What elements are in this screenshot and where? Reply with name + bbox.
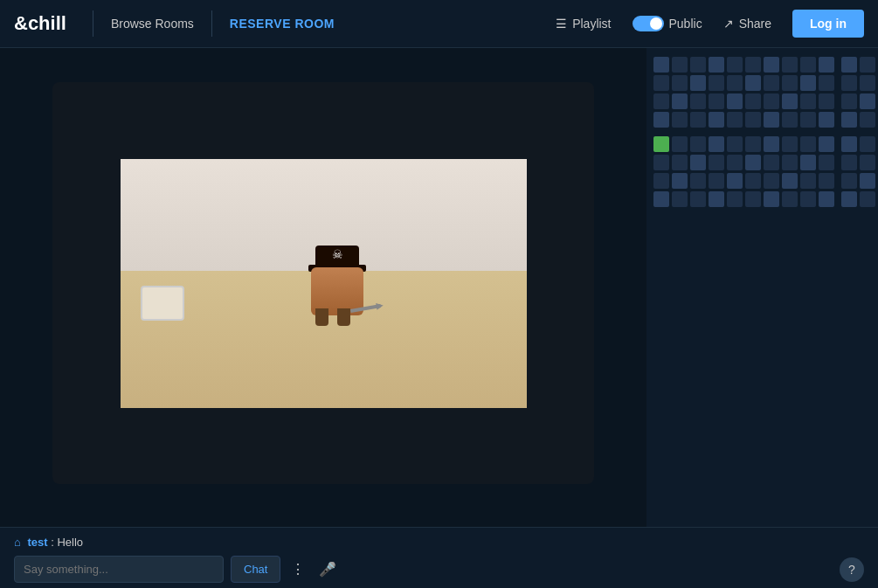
seat[interactable] [727, 112, 743, 128]
seat[interactable] [745, 155, 761, 170]
seat[interactable] [709, 112, 724, 128]
seat[interactable] [653, 136, 669, 152]
seat[interactable] [782, 136, 798, 152]
seat[interactable] [782, 93, 798, 109]
seat[interactable] [782, 112, 798, 128]
seat[interactable] [782, 191, 798, 207]
seat[interactable] [819, 57, 834, 73]
more-options-button[interactable]: ⋮ [287, 557, 308, 581]
chat-input[interactable] [14, 556, 224, 583]
seat[interactable] [800, 112, 816, 128]
seat[interactable] [653, 112, 669, 128]
seat[interactable] [709, 136, 724, 152]
seat[interactable] [672, 93, 688, 109]
seat[interactable] [800, 173, 816, 189]
browse-rooms-link[interactable]: Browse Rooms [102, 17, 203, 31]
seat[interactable] [709, 191, 724, 207]
seat[interactable] [764, 57, 779, 73]
seat[interactable] [782, 173, 798, 189]
login-button[interactable]: Log in [792, 10, 864, 38]
public-toggle[interactable] [633, 16, 664, 31]
seat[interactable] [709, 93, 724, 109]
seat[interactable] [727, 93, 743, 109]
seat[interactable] [690, 136, 706, 152]
seat[interactable] [672, 155, 688, 170]
seat[interactable] [745, 93, 761, 109]
seat[interactable] [819, 75, 834, 91]
seat[interactable] [709, 173, 724, 189]
seat[interactable] [841, 136, 857, 152]
seat[interactable] [819, 191, 834, 207]
seat[interactable] [800, 75, 816, 91]
public-toggle-nav[interactable]: Public [622, 16, 713, 31]
seat[interactable] [860, 191, 875, 207]
seat[interactable] [690, 191, 706, 207]
seat[interactable] [727, 191, 743, 207]
seat[interactable] [653, 173, 669, 189]
seat[interactable] [653, 191, 669, 207]
seat[interactable] [727, 136, 743, 152]
seat[interactable] [782, 75, 798, 91]
seat[interactable] [841, 155, 857, 170]
seat[interactable] [727, 173, 743, 189]
seat[interactable] [819, 136, 834, 152]
seat[interactable] [764, 155, 779, 170]
seat[interactable] [782, 57, 798, 73]
seat[interactable] [672, 75, 688, 91]
seat[interactable] [672, 112, 688, 128]
seat[interactable] [653, 93, 669, 109]
seat[interactable] [800, 155, 816, 170]
seat[interactable] [860, 136, 875, 152]
seat[interactable] [800, 93, 816, 109]
seat[interactable] [727, 155, 743, 170]
seat[interactable] [745, 173, 761, 189]
seat[interactable] [860, 57, 875, 73]
seat[interactable] [672, 136, 688, 152]
seat[interactable] [690, 173, 706, 189]
seat[interactable] [672, 57, 688, 73]
seat[interactable] [653, 57, 669, 73]
seat[interactable] [745, 112, 761, 128]
reserve-room-button[interactable]: RESERVE ROOM [221, 17, 343, 31]
seat[interactable] [800, 191, 816, 207]
seat[interactable] [841, 173, 857, 189]
seat[interactable] [819, 155, 834, 170]
seat[interactable] [860, 93, 875, 109]
seat[interactable] [690, 75, 706, 91]
seat[interactable] [764, 75, 779, 91]
seat[interactable] [690, 57, 706, 73]
seat[interactable] [745, 136, 761, 152]
seat[interactable] [841, 75, 857, 91]
seat[interactable] [690, 155, 706, 170]
seat[interactable] [819, 173, 834, 189]
help-button[interactable]: ? [840, 557, 864, 582]
seat[interactable] [764, 191, 779, 207]
seat[interactable] [819, 93, 834, 109]
seat[interactable] [782, 155, 798, 170]
seat[interactable] [745, 75, 761, 91]
seat[interactable] [727, 75, 743, 91]
seat[interactable] [841, 57, 857, 73]
chat-send-button[interactable]: Chat [231, 556, 280, 583]
share-nav[interactable]: ↗ Share [713, 17, 782, 31]
seat[interactable] [800, 57, 816, 73]
seat[interactable] [764, 173, 779, 189]
seat[interactable] [709, 75, 724, 91]
seat[interactable] [653, 75, 669, 91]
seat[interactable] [764, 112, 779, 128]
seat[interactable] [860, 112, 875, 128]
seat[interactable] [690, 93, 706, 109]
seat[interactable] [841, 93, 857, 109]
seat[interactable] [800, 136, 816, 152]
playlist-nav[interactable]: ☰ Playlist [545, 17, 621, 31]
seat[interactable] [672, 191, 688, 207]
seat[interactable] [653, 155, 669, 170]
seat[interactable] [745, 57, 761, 73]
seat[interactable] [709, 57, 724, 73]
seat[interactable] [709, 155, 724, 170]
seat[interactable] [764, 93, 779, 109]
seat[interactable] [672, 173, 688, 189]
seat[interactable] [860, 75, 875, 91]
seat[interactable] [690, 112, 706, 128]
mic-button[interactable]: 🎤 [315, 557, 340, 581]
